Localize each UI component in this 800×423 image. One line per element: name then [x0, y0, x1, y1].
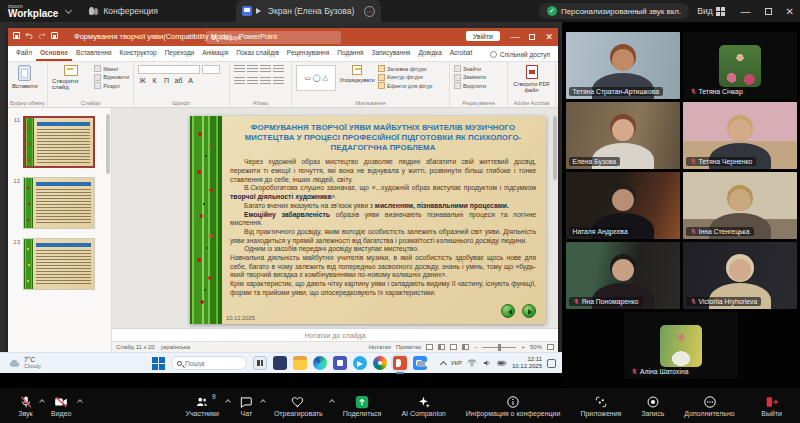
slide-thumbnail[interactable] [23, 116, 95, 168]
font-style-button[interactable]: Ж [138, 77, 147, 84]
participant-tile[interactable]: Інна Стенгецька [683, 172, 797, 239]
tab-meeting[interactable]: Конференция [81, 0, 165, 22]
chevron-up-icon[interactable] [260, 399, 266, 405]
taskbar-app-dark-app[interactable] [273, 356, 287, 370]
tab-options-icon[interactable]: ⋯ [364, 6, 375, 17]
participant-tile[interactable]: Наталя Андрєєва [566, 172, 680, 239]
taskbar-clock[interactable]: 12:11 10.12.2025 [512, 356, 542, 369]
language-switcher[interactable]: УКР [451, 360, 462, 366]
maximize-button[interactable] [765, 8, 772, 15]
ppt-restore-button[interactable] [529, 34, 535, 40]
chevron-up-icon[interactable] [78, 399, 84, 405]
chevron-up-icon[interactable] [225, 399, 231, 405]
taskbar-app-edge[interactable] [313, 356, 327, 370]
wifi-icon[interactable] [467, 358, 477, 368]
ppt-tab-Переходи[interactable]: Переходи [161, 46, 198, 61]
ribbon-button[interactable]: Відновити [94, 74, 129, 81]
slide-thumbnail[interactable] [23, 238, 95, 290]
zoom-in-button[interactable]: + [521, 344, 525, 350]
toolbar-react-button[interactable]: Отреагировать [266, 392, 333, 419]
slide-prev-button[interactable] [501, 304, 515, 318]
sorter-view-icon[interactable] [438, 344, 445, 350]
ribbon-button[interactable]: Заливка фігури [378, 65, 432, 72]
toolbar-meeting-info-button[interactable]: Информация о конференции [458, 392, 571, 419]
ribbon-button[interactable]: Ефекти для фігур [378, 82, 432, 89]
ppt-tab-Конструктор[interactable]: Конструктор [116, 46, 161, 61]
new-slide-button[interactable]: Створити слайд [52, 65, 90, 90]
create-pdf-button[interactable]: Створити PDF файл [512, 65, 551, 93]
minimize-button[interactable]: — [741, 6, 751, 17]
notes-toggle[interactable]: Нотатки [369, 344, 391, 350]
zoom-slider[interactable] [482, 347, 516, 348]
redo-icon[interactable] [38, 31, 46, 39]
slideshow-view-icon[interactable] [462, 344, 469, 350]
undo-icon[interactable] [25, 31, 33, 39]
toolbar-more-button[interactable]: Дополнительно [676, 392, 744, 419]
font-style-button[interactable]: аб [174, 77, 183, 84]
zoom-out-button[interactable]: – [474, 344, 477, 350]
volume-icon[interactable] [482, 358, 492, 368]
ppt-tab-Записування[interactable]: Записування [368, 46, 415, 61]
ppt-close-button[interactable]: ✕ [545, 32, 553, 42]
ppt-tab-Файл[interactable]: Файл [12, 46, 36, 61]
editor-scrollbar[interactable] [553, 116, 557, 180]
weather-widget[interactable]: 7°C Cloudy [8, 357, 41, 370]
battery-icon[interactable] [497, 358, 507, 368]
font-style-button[interactable]: К [150, 77, 159, 84]
ribbon-button[interactable]: Знайти [454, 65, 486, 72]
notes-pane[interactable]: Нотатки до слайда [112, 328, 558, 341]
ribbon-button[interactable]: Виділити [454, 82, 486, 89]
font-style-button[interactable]: П [162, 77, 171, 84]
participant-tile[interactable]: Аліна Шатохіна [624, 312, 738, 379]
taskbar-app-task-view[interactable] [253, 356, 267, 370]
taskbar-app-zoom[interactable] [413, 356, 427, 370]
participant-tile[interactable]: Тетяна Черненко [683, 102, 797, 169]
taskbar-app-telegram[interactable] [353, 356, 367, 370]
toolbar-ai-companion-button[interactable]: AI Companion [393, 392, 455, 419]
participant-tile[interactable]: Яна Пономаренко [566, 242, 680, 309]
ppt-tab-Acrobat[interactable]: Acrobat [446, 46, 476, 61]
slide-next-button[interactable] [522, 304, 536, 318]
start-button[interactable] [152, 357, 165, 370]
taskbar-app-powerpoint[interactable] [393, 356, 407, 370]
ribbon-button[interactable]: Розділ [94, 82, 129, 89]
font-size-combobox[interactable] [202, 65, 220, 74]
taskbar-app-file-explorer[interactable] [293, 356, 307, 370]
close-button[interactable]: ✕ [786, 6, 794, 17]
ribbon-button[interactable]: Макет [94, 65, 129, 72]
ppt-tab-Основне[interactable]: Основне [36, 46, 72, 61]
font-style-button[interactable]: А [186, 77, 195, 84]
view-button[interactable]: Вид [697, 6, 724, 16]
comments-toggle[interactable]: Примітки [396, 344, 421, 350]
ppt-tab-Рецензування[interactable]: Рецензування [283, 46, 333, 61]
toolbar-video-button[interactable]: Видео [43, 392, 81, 419]
ppt-minimize-button[interactable]: — [510, 32, 519, 42]
chevron-down-icon[interactable] [65, 6, 72, 13]
reading-view-icon[interactable] [450, 344, 457, 350]
ppt-tab-Довідка[interactable]: Довідка [414, 46, 445, 61]
font-name-combobox[interactable] [138, 65, 200, 74]
sign-in-button[interactable]: Увійти [466, 31, 500, 41]
fit-slide-icon[interactable] [547, 344, 554, 350]
taskbar-app-photos[interactable] [373, 356, 387, 370]
normal-view-icon[interactable] [426, 344, 433, 350]
ppt-search-input[interactable] [220, 34, 320, 41]
ribbon-button[interactable]: Замінити [454, 74, 486, 81]
toolbar-share-button[interactable]: Поделиться [335, 392, 392, 419]
toolbar-record-button[interactable]: Запись [633, 392, 674, 419]
arrange-button[interactable]: Упорядкувати [340, 65, 374, 83]
share-document-button[interactable]: Спільний доступ [490, 51, 558, 61]
language-indicator[interactable]: українська [161, 344, 191, 350]
chevron-up-icon[interactable] [329, 399, 335, 405]
toolbar-leave-button[interactable]: Выйти [753, 392, 792, 419]
shapes-gallery[interactable]: ▭ ◯ △ [296, 65, 336, 91]
ppt-tab-Вставлення[interactable]: Вставлення [72, 46, 116, 61]
taskbar-app-teams[interactable] [333, 356, 347, 370]
taskbar-search[interactable] [171, 356, 247, 370]
personalized-audio-status[interactable]: ✓ Персонализированный звук вкл. [539, 3, 689, 19]
tray-expand-icon[interactable] [440, 360, 447, 367]
toolbar-apps-button[interactable]: Приложения [572, 392, 631, 419]
notification-center-icon[interactable] [547, 359, 556, 368]
ppt-tab-Показ слайдів[interactable]: Показ слайдів [232, 46, 283, 61]
thumbnails-scrollbar[interactable] [106, 114, 110, 174]
